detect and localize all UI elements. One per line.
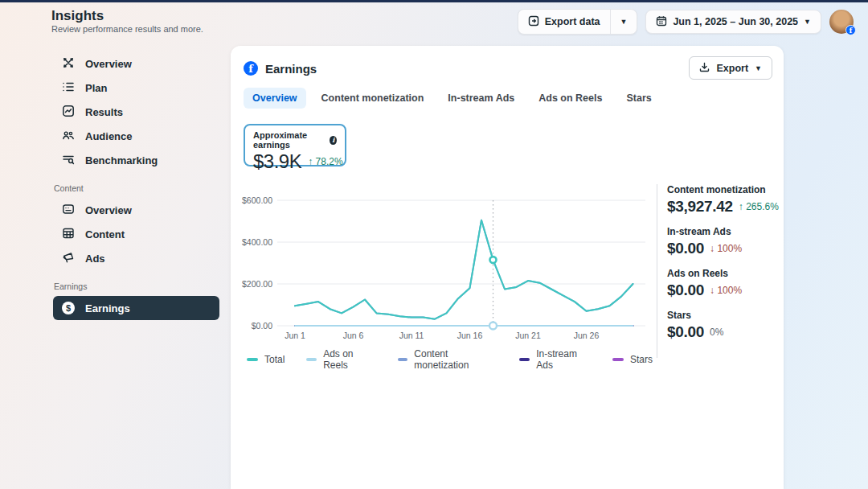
- stats-column: Content monetization $3,927.42 ↑ 265.6% …: [667, 184, 778, 341]
- sidebar-item-label: Earnings: [85, 302, 130, 314]
- svg-text:Jun 26: Jun 26: [574, 331, 600, 340]
- svg-text:$0.00: $0.00: [252, 321, 272, 331]
- earnings-chart[interactable]: $0.00$200.00$400.00$600.00Jun 1Jun 6Jun …: [237, 189, 658, 343]
- chart-legend: TotalAds on ReelsContent monetizationIn-…: [247, 348, 653, 371]
- chevron-down-icon: ▼: [804, 18, 811, 26]
- numbered-list-icon: [62, 80, 75, 96]
- svg-text:$600.00: $600.00: [242, 195, 272, 205]
- stat-value: $0.00: [667, 323, 704, 341]
- export-data-icon: [528, 15, 539, 29]
- sidebar-item-label: Plan: [85, 82, 107, 94]
- overview-icon: [62, 56, 75, 72]
- page-subtitle: Review performance results and more.: [51, 24, 203, 34]
- sidebar: Overview Plan Results Audience: [53, 51, 219, 320]
- benchmark-search-icon: [62, 153, 75, 168]
- approximate-earnings-value: $3.9K: [253, 150, 301, 173]
- profile-avatar[interactable]: f: [829, 10, 854, 34]
- facebook-icon: f: [244, 61, 258, 76]
- line-chart-icon: [62, 105, 75, 120]
- stat-stars: Stars $0.00 0%: [667, 310, 778, 341]
- sidebar-item-audience[interactable]: Audience: [53, 124, 219, 148]
- tab-bar: Overview Content monetization In-stream …: [244, 88, 661, 109]
- stat-label: Stars: [667, 310, 778, 321]
- stat-delta: ↑ 265.6%: [739, 201, 779, 212]
- approximate-earnings-label: Approximate earnings: [253, 130, 326, 150]
- card-overview-icon: [62, 203, 75, 218]
- legend-swatch: [398, 358, 408, 361]
- svg-text:Jun 16: Jun 16: [457, 331, 483, 340]
- stat-in-stream-ads: In-stream Ads $0.00 ↓ 100%: [667, 226, 778, 257]
- stat-value: $0.00: [667, 240, 704, 257]
- date-range-label: Jun 1, 2025 – Jun 30, 2025: [673, 16, 798, 27]
- legend-swatch: [519, 358, 530, 361]
- sidebar-item-label: Benchmarking: [85, 154, 158, 166]
- sidebar-section-content: Content: [54, 183, 219, 193]
- stat-content-monetization: Content monetization $3,927.42 ↑ 265.6%: [667, 184, 778, 216]
- export-data-split-button: Export data ▼: [518, 9, 638, 35]
- legend-swatch: [247, 358, 258, 361]
- sidebar-item-overview[interactable]: Overview: [53, 51, 219, 76]
- export-label: Export: [716, 63, 748, 74]
- chevron-down-icon: ▼: [620, 18, 628, 26]
- svg-text:Jun 21: Jun 21: [515, 331, 541, 340]
- sidebar-item-earnings[interactable]: $ Earnings: [53, 296, 219, 320]
- legend-label: In-stream Ads: [536, 348, 591, 371]
- stat-label: In-stream Ads: [667, 226, 778, 237]
- tab-in-stream-ads[interactable]: In-stream Ads: [439, 88, 523, 109]
- tab-content-monetization[interactable]: Content monetization: [313, 88, 433, 109]
- svg-text:Jun 6: Jun 6: [343, 331, 364, 340]
- chevron-down-icon: ▼: [755, 64, 762, 72]
- sidebar-item-label: Overview: [85, 204, 132, 216]
- sidebar-item-label: Ads: [85, 253, 105, 265]
- export-data-button[interactable]: Export data: [518, 10, 610, 34]
- sidebar-item-label: Results: [85, 106, 123, 118]
- tab-ads-on-reels[interactable]: Ads on Reels: [530, 88, 611, 109]
- date-range-button[interactable]: Jun 1, 2025 – Jun 30, 2025 ▼: [645, 10, 821, 34]
- earnings-panel: f Earnings Export ▼ Overview Content mon…: [231, 46, 784, 489]
- info-icon[interactable]: i: [330, 136, 337, 145]
- export-data-label: Export data: [545, 16, 600, 27]
- window-accent-line: [0, 0, 868, 2]
- sidebar-item-benchmarking[interactable]: Benchmarking: [53, 148, 219, 172]
- stat-delta: ↓ 100%: [710, 285, 742, 296]
- legend-item[interactable]: Content monetization: [398, 348, 498, 371]
- sidebar-item-content[interactable]: Content: [53, 222, 219, 246]
- tab-stars[interactable]: Stars: [617, 88, 660, 109]
- legend-item[interactable]: Total: [247, 348, 285, 371]
- legend-item[interactable]: In-stream Ads: [519, 348, 591, 371]
- tab-overview[interactable]: Overview: [244, 88, 306, 109]
- legend-item[interactable]: Ads on Reels: [306, 348, 375, 371]
- people-icon: [62, 129, 75, 144]
- topbar: Export data ▼ Jun 1, 2025 – Jun 30, 2025…: [518, 9, 854, 35]
- export-data-caret-button[interactable]: ▼: [611, 10, 637, 34]
- stat-label: Content monetization: [667, 184, 778, 195]
- export-button[interactable]: Export ▼: [689, 56, 772, 80]
- download-icon: [699, 62, 710, 75]
- sidebar-item-plan[interactable]: Plan: [53, 76, 219, 100]
- dollar-icon: $: [62, 302, 75, 314]
- legend-item[interactable]: Stars: [612, 348, 653, 371]
- sidebar-section-earnings: Earnings: [54, 281, 219, 291]
- sidebar-item-label: Overview: [85, 58, 132, 70]
- svg-text:$200.00: $200.00: [242, 279, 272, 289]
- sidebar-item-content-overview[interactable]: Overview: [53, 198, 219, 222]
- svg-text:Jun 11: Jun 11: [399, 331, 424, 340]
- legend-label: Total: [264, 354, 285, 365]
- stat-delta: ↓ 100%: [710, 243, 742, 254]
- legend-label: Content monetization: [414, 348, 497, 371]
- stats-divider: [657, 184, 657, 358]
- legend-swatch: [306, 358, 317, 361]
- page-title: Insights: [51, 8, 104, 24]
- approximate-earnings-card[interactable]: Approximate earnings i $3.9K ↑ 78.2%: [244, 124, 346, 166]
- legend-label: Stars: [630, 354, 653, 365]
- sidebar-item-ads[interactable]: Ads: [53, 246, 219, 270]
- sidebar-item-results[interactable]: Results: [53, 100, 219, 124]
- calendar-icon: [656, 15, 667, 29]
- svg-text:$400.00: $400.00: [242, 237, 272, 247]
- legend-label: Ads on Reels: [323, 348, 375, 371]
- table-grid-icon: [62, 227, 75, 242]
- stat-value: $3,927.42: [667, 198, 733, 216]
- panel-header: f Earnings: [244, 61, 317, 76]
- approximate-earnings-delta: ↑ 78.2%: [308, 156, 342, 167]
- sidebar-item-label: Content: [85, 228, 125, 240]
